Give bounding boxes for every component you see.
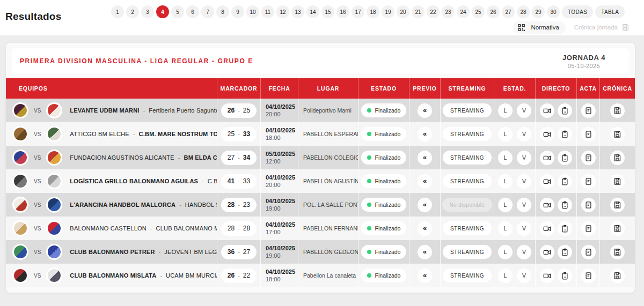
jornada-page-21[interactable]: 21 bbox=[412, 5, 425, 18]
jornada-page-27[interactable]: 27 bbox=[502, 5, 515, 18]
cronica-button[interactable] bbox=[610, 127, 625, 141]
local-stats-button[interactable]: L bbox=[498, 198, 513, 212]
live-marker-button[interactable] bbox=[558, 151, 572, 165]
jornada-page-4-active[interactable]: 4 bbox=[156, 5, 169, 18]
cronica-button[interactable] bbox=[610, 198, 625, 212]
jornada-page-5[interactable]: 5 bbox=[171, 5, 184, 18]
live-marker-button[interactable] bbox=[558, 221, 572, 236]
streaming-button[interactable]: STREAMING bbox=[443, 174, 492, 188]
jornada-page-6[interactable]: 6 bbox=[186, 5, 199, 18]
acta-button[interactable] bbox=[581, 268, 596, 283]
cronica-jornada-button[interactable]: Crónica jornada bbox=[574, 24, 629, 31]
jornada-page-19[interactable]: 19 bbox=[382, 5, 394, 18]
jornada-page-1[interactable]: 1 bbox=[111, 5, 124, 18]
away-team-name[interactable]: JEOVENT BM LEGANES bbox=[164, 249, 217, 255]
jornada-page-24[interactable]: 24 bbox=[457, 5, 470, 18]
jornada-page-15[interactable]: 15 bbox=[321, 5, 334, 18]
video-live-button[interactable] bbox=[540, 268, 554, 283]
visitante-stats-button[interactable]: V bbox=[517, 103, 531, 118]
jornada-page-7[interactable]: 7 bbox=[201, 5, 214, 18]
live-marker-button[interactable] bbox=[558, 174, 572, 189]
away-team-name[interactable]: UCAM BM MURCIA bbox=[166, 272, 217, 279]
jornada-page-8[interactable]: 8 bbox=[216, 5, 229, 18]
acta-button[interactable] bbox=[581, 221, 596, 236]
home-team-name[interactable]: CLUB BALONMANO MISLATA bbox=[70, 272, 156, 279]
streaming-button[interactable]: STREAMING bbox=[443, 151, 492, 165]
away-team-name[interactable]: HANDBOL SANT JOAN bbox=[185, 201, 217, 208]
tabla-button[interactable]: TABLA bbox=[595, 5, 625, 18]
local-stats-button[interactable]: L bbox=[498, 221, 513, 236]
jornada-page-25[interactable]: 25 bbox=[472, 5, 485, 18]
jornada-page-22[interactable]: 22 bbox=[427, 5, 440, 18]
normativa-button[interactable]: Normativa bbox=[513, 21, 565, 34]
video-live-button[interactable] bbox=[540, 127, 554, 141]
previo-button[interactable]: « bbox=[418, 221, 432, 236]
live-marker-button[interactable] bbox=[558, 268, 572, 283]
video-live-button[interactable] bbox=[540, 174, 554, 189]
visitante-stats-button[interactable]: V bbox=[517, 127, 531, 141]
local-stats-button[interactable]: L bbox=[498, 127, 513, 141]
local-stats-button[interactable]: L bbox=[498, 151, 513, 165]
previo-button[interactable]: « bbox=[418, 245, 432, 259]
cronica-button[interactable] bbox=[610, 151, 625, 165]
visitante-stats-button[interactable]: V bbox=[517, 268, 531, 283]
jornada-page-29[interactable]: 29 bbox=[532, 5, 545, 18]
home-team-name[interactable]: LEVANTE UDBM MARNI bbox=[70, 107, 139, 114]
jornada-page-28[interactable]: 28 bbox=[517, 5, 530, 18]
jornada-page-30[interactable]: 30 bbox=[547, 5, 560, 18]
video-live-button[interactable] bbox=[540, 198, 554, 212]
jornada-page-16[interactable]: 16 bbox=[336, 5, 349, 18]
streaming-button[interactable]: STREAMING bbox=[443, 268, 492, 282]
streaming-button[interactable]: STREAMING bbox=[443, 221, 492, 235]
previo-button[interactable]: « bbox=[418, 198, 432, 212]
cronica-button[interactable] bbox=[610, 268, 625, 283]
jornada-page-10[interactable]: 10 bbox=[246, 5, 259, 18]
acta-button[interactable] bbox=[581, 245, 596, 259]
jornada-page-17[interactable]: 17 bbox=[352, 5, 364, 18]
previo-button[interactable]: « bbox=[418, 127, 432, 141]
video-live-button[interactable] bbox=[540, 245, 554, 259]
home-team-name[interactable]: CLUB BALONMANO PETRER bbox=[70, 249, 155, 255]
cronica-button[interactable] bbox=[610, 245, 625, 259]
visitante-stats-button[interactable]: V bbox=[517, 221, 531, 236]
cronica-button[interactable] bbox=[610, 174, 625, 189]
jornada-page-13[interactable]: 13 bbox=[291, 5, 304, 18]
away-team-name[interactable]: BM ELDA CEE bbox=[184, 154, 217, 161]
away-team-name[interactable]: C.BM. MARE NOSTRUM TORREVIEJA bbox=[139, 131, 217, 137]
cronica-button[interactable] bbox=[610, 221, 625, 236]
away-team-name[interactable]: C.B.M. ALGEMESI bbox=[208, 178, 217, 184]
home-team-name[interactable]: L'ARANCINA HANDBOL MALLORCA bbox=[70, 201, 175, 208]
previo-button[interactable]: « bbox=[418, 268, 432, 283]
jornada-page-9[interactable]: 9 bbox=[231, 5, 244, 18]
streaming-button[interactable]: STREAMING bbox=[443, 245, 492, 259]
jornada-page-2[interactable]: 2 bbox=[126, 5, 139, 18]
acta-button[interactable] bbox=[581, 103, 596, 118]
home-team-name[interactable]: FUNDACION AGUSTINOS ALICANTE bbox=[70, 154, 174, 161]
todas-button[interactable]: TODAS bbox=[562, 5, 593, 18]
live-marker-button[interactable] bbox=[558, 127, 572, 141]
visitante-stats-button[interactable]: V bbox=[517, 174, 531, 189]
home-team-name[interactable]: ATTICGO BM ELCHE bbox=[70, 131, 129, 137]
live-marker-button[interactable] bbox=[558, 245, 572, 259]
jornada-page-3[interactable]: 3 bbox=[141, 5, 154, 18]
acta-button[interactable] bbox=[581, 151, 596, 165]
streaming-button[interactable]: No disponible bbox=[442, 198, 493, 212]
video-live-button[interactable] bbox=[540, 221, 554, 236]
jornada-page-23[interactable]: 23 bbox=[442, 5, 455, 18]
acta-button[interactable] bbox=[581, 127, 596, 141]
jornada-page-20[interactable]: 20 bbox=[397, 5, 409, 18]
jornada-page-26[interactable]: 26 bbox=[487, 5, 500, 18]
streaming-button[interactable]: STREAMING bbox=[443, 127, 492, 141]
away-team-name[interactable]: Fertiberia Puerto Sagunto B bbox=[149, 107, 217, 114]
jornada-page-12[interactable]: 12 bbox=[276, 5, 289, 18]
streaming-button[interactable]: STREAMING bbox=[443, 103, 492, 117]
previo-button[interactable]: « bbox=[418, 151, 432, 165]
previo-button[interactable]: « bbox=[418, 174, 432, 189]
local-stats-button[interactable]: L bbox=[498, 245, 513, 259]
live-marker-button[interactable] bbox=[558, 103, 572, 118]
live-marker-button[interactable] bbox=[558, 198, 572, 212]
visitante-stats-button[interactable]: V bbox=[517, 198, 531, 212]
acta-button[interactable] bbox=[581, 198, 596, 212]
video-live-button[interactable] bbox=[540, 151, 554, 165]
cronica-button[interactable] bbox=[610, 103, 625, 118]
